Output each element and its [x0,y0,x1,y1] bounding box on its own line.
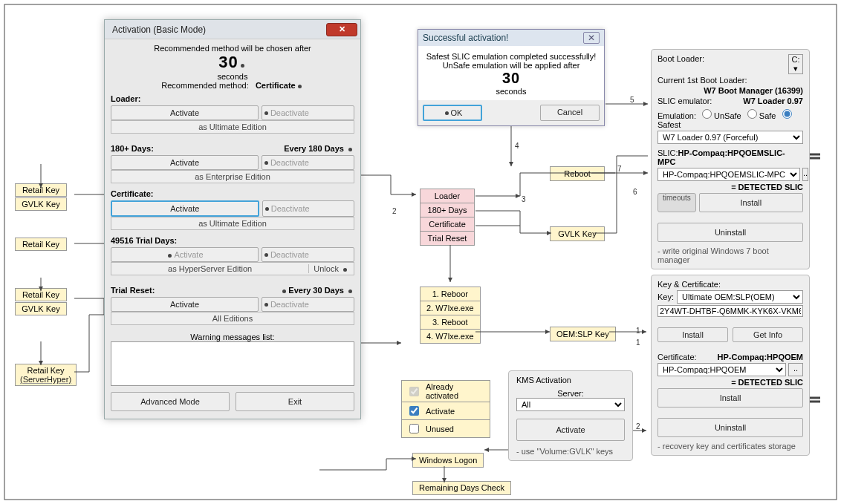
timeouts-button[interactable]: timeouts [657,193,696,212]
loader-deactivate-button[interactable]: Deactivate [262,105,354,120]
exit-button[interactable]: Exit [236,392,354,411]
activation-window: Activation (Basic Mode) ✕ Recommended me… [104,19,361,419]
stack-cert: Certificate [420,217,475,232]
cert-install-button[interactable]: Install [657,388,803,408]
kms-server-select[interactable]: All [516,398,625,411]
step-2: 2. W7lxe.exe [420,301,481,315]
boot-uninstall-button[interactable]: Uninstall [657,223,803,242]
loader-select[interactable]: W7 Loader 0.97 (Forceful) [657,131,803,144]
titlebar: Activation (Basic Mode) ✕ [105,20,360,39]
reset-label: Trial Reset: [111,286,155,295]
key-select[interactable]: Ultimate OEM:SLP(OEM) [677,290,803,304]
svg-text:6: 6 [633,188,637,196]
kms-panel: KMS Activation Server: All Activate - us… [508,370,633,461]
boot-current-value: W7 Boot Manager (16399) [657,86,803,95]
kms-header: KMS Activation [516,376,625,384]
bootloader-panel: Boot Loader: C: ▾ Current 1st Boot Loade… [651,49,810,269]
chk-unused[interactable] [409,424,419,433]
step-1: 1. Reboor [420,287,481,301]
keycert-panel: Key & Certificate: Key: Ultimate OEM:SLP… [651,275,810,456]
reset-activate-button[interactable]: Activate [111,297,259,312]
boot-note: - write original Windows 7 boot manager [657,246,803,264]
emu-safe-radio[interactable] [747,109,757,119]
emu-unsafe-radio[interactable] [702,109,712,119]
svg-text:1: 1 [636,327,640,335]
keybox-retail-4: Retail Key(ServerHyper) [15,364,77,386]
close-button[interactable]: ✕ [326,23,357,36]
kms-server-label: Server: [516,389,625,398]
keycert-header: Key & Certificate: [657,280,803,289]
boot-install-button[interactable]: Install [699,193,803,212]
cert-value: HP-Compaq:HPQOEM [718,353,804,361]
keybox-gvlk-3: GVLK Key [15,302,67,315]
key-value-input[interactable] [657,305,803,317]
d180-activate-button[interactable]: Activate [111,155,259,170]
svg-text:2: 2 [392,207,397,215]
stack-reset: Trial Reset [420,231,475,246]
method-stack: Loader 180+ Days Certificate Trial Reset [420,189,475,246]
step-4: 4. W7lxe.exe [420,329,481,344]
keybox-retail-3: Retail Key [15,288,67,301]
svg-text:7: 7 [617,165,622,173]
reset-deactivate-button[interactable]: Deactivate [262,297,354,312]
cert-browse-button[interactable]: .. [788,363,803,376]
key-install-button[interactable]: Install [657,327,728,342]
popup-countdown: 30 [426,70,597,87]
remaining-box: Remaining Days Check [412,481,511,495]
loader-activate-button[interactable]: Activate [111,105,259,120]
d180-deactivate-button[interactable]: Deactivate [262,155,354,170]
trial-activate-button[interactable]: Activate [111,247,259,262]
svg-text:2: 2 [636,422,640,431]
cert-edition: as Ultimate Edition [111,217,354,230]
keybox-retail-2: Retail Key [15,238,67,251]
drive-select[interactable]: C: ▾ [788,54,803,74]
svg-text:1: 1 [636,338,640,347]
reset-edition: All Editions [111,312,354,325]
d180-edition: as Enterprise Edition [111,170,354,183]
success-popup: Successful activation! ✕ Safest SLIC emu… [418,29,605,126]
stack-loader: Loader [420,189,475,203]
key-getinfo-button[interactable]: Get Info [733,327,803,342]
popup-ok-button[interactable]: OK [423,105,482,121]
trial-edition: as HyperServer Edition [111,264,308,273]
logon-box: Windows Logon [412,453,484,468]
popup-title: Successful activation! [423,33,508,43]
emu-safest-radio[interactable] [782,109,792,119]
chk-activate[interactable] [409,406,419,416]
svg-text:4: 4 [515,142,519,150]
popup-cancel-button[interactable]: Cancel [540,105,600,121]
trial-label: 49516 Trial Days: [111,236,354,245]
boot-current-label: Current 1st Boot Loader: [657,76,803,85]
seconds-label: seconds [111,72,354,81]
stack-180: 180+ Days [420,203,475,217]
oemslp-box: OEM:SLP Key [550,327,616,341]
svg-text:3: 3 [522,195,526,203]
cert-select[interactable]: HP-Compaq:HPQOEM [657,363,786,376]
trial-deactivate-button[interactable]: Deactivate [262,247,354,262]
boot-header: Boot Loader: [657,54,704,74]
keycert-note: - recovery key and certificates storage [657,442,803,451]
warnings-box [111,341,354,386]
svg-text:5: 5 [630,96,634,104]
step-3: 3. Reboot [420,315,481,330]
steps-stack: 1. Reboor 2. W7lxe.exe 3. Reboot 4. W7lx… [420,287,481,344]
cert-deactivate-button[interactable]: Deactivate [262,200,354,217]
kms-activate-button[interactable]: Activate [516,419,625,441]
keybox-retail-1: Retail Key [15,183,67,197]
slic-browse-button[interactable]: .. [802,168,808,181]
advanced-mode-button[interactable]: Advanced Mode [111,392,230,411]
slic-select[interactable]: HP-Compaq:HPQOEMSLIC-MPC [657,168,800,181]
warnings-label: Warning messages list: [111,333,354,341]
popup-close-icon[interactable]: ✕ [583,32,600,44]
reboot-box: Reboot [550,166,605,181]
kms-note: - use "Volume:GVLK" keys [516,447,625,456]
cert-section-label: Certificate: [111,189,354,198]
window-title: Activation (Basic Mode) [112,24,206,35]
cert-uninstall-button[interactable]: Uninstall [657,418,803,437]
keybox-gvlk-1: GVLK Key [15,197,67,211]
unlock-button[interactable]: Unlock [308,264,354,273]
gvlk-box: GVLK Key [550,226,605,241]
loader-label: Loader: [111,94,354,103]
chk-already[interactable] [409,387,419,396]
cert-activate-button[interactable]: Activate [111,200,259,217]
